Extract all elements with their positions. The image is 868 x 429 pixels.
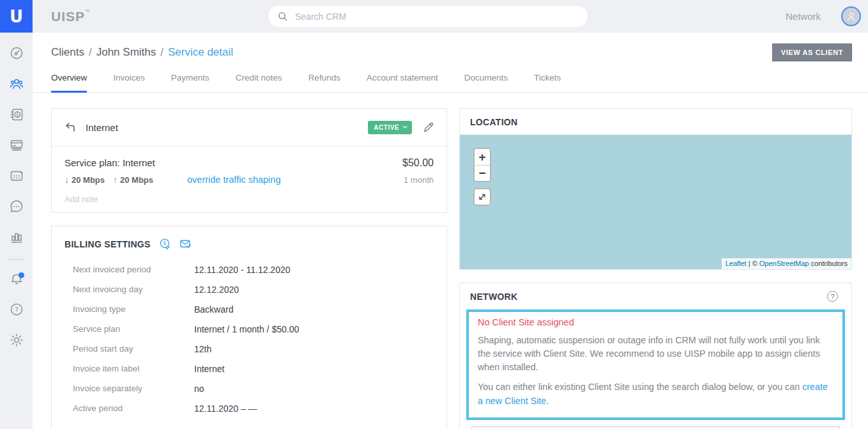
- right-column: LOCATION + − Leaflet | © OpenStreetMap c…: [459, 108, 852, 429]
- service-card-body: Service plan: Internet $50.00 ↓ 20 Mbps …: [52, 146, 446, 212]
- invoice-email-icon[interactable]: [179, 238, 192, 250]
- tab-overview[interactable]: Overview: [51, 73, 87, 93]
- sidebar-divider: [8, 259, 25, 260]
- sidebar-item-payments[interactable]: [0, 131, 33, 162]
- breadcrumb-separator: /: [89, 46, 92, 58]
- download-speed: 20 Mbps: [72, 175, 105, 185]
- sidebar-item-messages[interactable]: [0, 192, 33, 223]
- location-card: LOCATION + − Leaflet | © OpenStreetMap c…: [459, 108, 852, 270]
- tab-payments[interactable]: Payments: [171, 73, 209, 93]
- leaflet-link[interactable]: Leaflet: [726, 260, 747, 267]
- back-button[interactable]: [64, 121, 77, 134]
- map-canvas[interactable]: + − Leaflet | © OpenStreetMap contributo…: [460, 135, 851, 269]
- tab-documents[interactable]: Documents: [464, 73, 508, 93]
- service-card: Internet ACTIVE: [51, 108, 447, 213]
- billing-row: Active period12.11.2020 – —: [73, 398, 434, 418]
- add-note-field[interactable]: Add note: [65, 194, 434, 204]
- chevron-down-icon: [402, 125, 407, 129]
- global-search: [268, 6, 588, 27]
- notification-dot: [19, 272, 24, 278]
- openstreetmap-link[interactable]: OpenStreetMap: [759, 260, 809, 267]
- uisp-crm-app: U $: [0, 0, 868, 429]
- map-zoom-in-button[interactable]: +: [475, 149, 490, 165]
- tab-invoices[interactable]: Invoices: [113, 73, 145, 93]
- sidebar-item-scheduling[interactable]: [0, 162, 33, 192]
- map-zoom-out-button[interactable]: −: [475, 165, 490, 181]
- reports-icon: [9, 230, 24, 247]
- billing-row: Next invoiced period12.11.2020 - 11.12.2…: [73, 260, 434, 279]
- network-card: NETWORK ? No Client Site assigned Shapin…: [459, 283, 852, 429]
- content-columns: Internet ACTIVE: [33, 93, 868, 429]
- main-content: Clients/John Smiths/Service detail VIEW …: [33, 33, 868, 429]
- pencil-icon: [423, 121, 434, 133]
- expand-icon: [478, 192, 487, 201]
- warning-title: No Client Site assigned: [478, 317, 834, 327]
- sidebar-item-billing[interactable]: $: [0, 100, 33, 131]
- svg-text:$: $: [16, 113, 19, 118]
- search-icon: [277, 11, 288, 22]
- billing-row: Service planInternet / 1 month / $50.00: [73, 319, 434, 339]
- avatar[interactable]: [841, 6, 861, 26]
- gear-icon: [9, 332, 24, 350]
- tab-refunds[interactable]: Refunds: [308, 73, 340, 93]
- billing-row: Next invoicing day12.12.2020: [73, 279, 434, 299]
- tab-tickets[interactable]: Tickets: [534, 73, 561, 93]
- map-attribution: Leaflet | © OpenStreetMap contributors: [722, 258, 851, 269]
- sidebar-item-help[interactable]: ?: [0, 295, 33, 326]
- view-as-client-button[interactable]: VIEW AS CLIENT: [772, 43, 852, 61]
- billing-row: Period start day12th: [73, 339, 434, 359]
- billing-settings-header: BILLING SETTINGS $: [52, 226, 446, 258]
- location-header: LOCATION: [460, 109, 851, 135]
- topbar-right: Network: [786, 6, 868, 26]
- payments-icon: [9, 137, 24, 155]
- billing-icon: $: [9, 107, 24, 125]
- messages-icon: [9, 199, 24, 217]
- network-link[interactable]: Network: [786, 11, 821, 22]
- trademark: ™: [85, 9, 91, 15]
- override-traffic-shaping-link[interactable]: override traffic shaping: [187, 175, 280, 185]
- sidebar-item-clients[interactable]: [0, 70, 33, 100]
- uisp-logo-letter: U: [10, 7, 23, 26]
- breadcrumb-client-name[interactable]: John Smiths: [96, 46, 156, 58]
- breadcrumb-service-detail: Service detail: [168, 46, 233, 58]
- warning-paragraph-1: Shaping, automatic suspension or outage …: [478, 334, 834, 374]
- sidebar-item-notifications[interactable]: [0, 265, 33, 295]
- download-icon: ↓: [65, 175, 69, 185]
- sidebar: U $: [0, 0, 33, 429]
- help-icon: ?: [9, 302, 24, 320]
- network-help-icon[interactable]: ?: [827, 291, 838, 302]
- autopay-dollar-icon[interactable]: $: [159, 238, 171, 250]
- sidebar-item-reports[interactable]: [0, 223, 33, 254]
- service-title: Internet: [86, 122, 118, 133]
- sidebar-nav: $ ?: [0, 33, 33, 357]
- map-expand-button[interactable]: [473, 188, 491, 206]
- uisp-logo[interactable]: U: [0, 0, 33, 33]
- left-column: Internet ACTIVE: [51, 108, 447, 429]
- network-title: NETWORK: [470, 292, 517, 302]
- back-arrow-icon: [64, 121, 77, 134]
- page-head: Clients/John Smiths/Service detail VIEW …: [33, 33, 868, 63]
- search-crm-input[interactable]: [295, 12, 579, 22]
- edit-service-button[interactable]: [423, 121, 434, 133]
- tab-account-statement[interactable]: Account statement: [367, 73, 438, 93]
- breadcrumb-clients[interactable]: Clients: [51, 46, 84, 58]
- breadcrumb: Clients/John Smiths/Service detail: [51, 46, 233, 59]
- tab-credit-notes[interactable]: Credit notes: [236, 73, 282, 93]
- tab-bar: Overview Invoices Payments Credit notes …: [33, 63, 868, 93]
- location-title: LOCATION: [470, 117, 517, 127]
- service-period: 1 month: [404, 175, 434, 185]
- breadcrumb-separator: /: [160, 46, 164, 58]
- billing-settings-rows: Next invoiced period12.11.2020 - 11.12.2…: [52, 258, 446, 429]
- service-speeds: ↓ 20 Mbps ↑ 20 Mbps override traffic sha…: [65, 175, 280, 185]
- upload-icon: ↑: [113, 175, 118, 185]
- status-badge[interactable]: ACTIVE: [368, 121, 412, 134]
- billing-row: Invoice item labelInternet: [73, 359, 434, 378]
- sidebar-item-dashboard[interactable]: [0, 39, 33, 70]
- clients-icon: [9, 76, 24, 94]
- svg-text:?: ?: [15, 306, 19, 314]
- svg-text:$: $: [163, 240, 166, 246]
- scheduling-icon: [9, 168, 24, 186]
- sidebar-item-settings[interactable]: [0, 326, 33, 357]
- billing-row: Invoicing typeBackward: [73, 299, 434, 319]
- billing-settings-title: BILLING SETTINGS: [65, 239, 151, 249]
